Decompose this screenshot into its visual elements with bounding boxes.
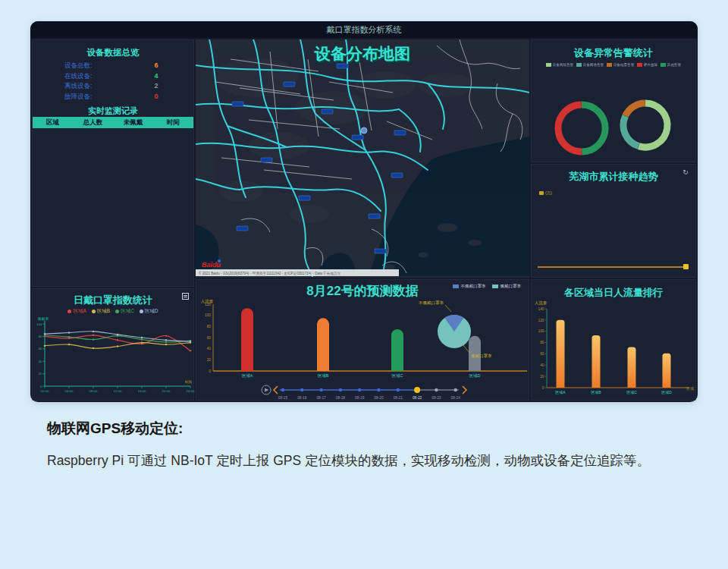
- legend-label: 不佩戴口罩率: [461, 284, 486, 289]
- svg-text:0: 0: [40, 385, 42, 388]
- timeline-date-label[interactable]: 08-21: [394, 396, 403, 400]
- legend-item[interactable]: 区域A: [67, 308, 86, 315]
- svg-text:60: 60: [207, 336, 212, 340]
- legend-label: 硬件故障: [644, 63, 657, 67]
- legend-item[interactable]: 区域B: [92, 308, 110, 315]
- timeline-date-label[interactable]: 08-24: [451, 396, 461, 400]
- baidu-logo-dot: [218, 259, 221, 262]
- stat-label: 故障设备:: [64, 93, 92, 102]
- timeline-date-label[interactable]: 08-17: [316, 396, 326, 400]
- svg-text:00:00: 00:00: [41, 389, 49, 393]
- legend-item[interactable]: 佩戴口罩率: [492, 284, 522, 289]
- timeline-date-label[interactable]: 08-23: [431, 396, 441, 400]
- timeline-dot[interactable]: [397, 388, 400, 391]
- timeline-dot[interactable]: [377, 388, 380, 391]
- svg-text:时间: 时间: [185, 380, 193, 385]
- legend-dot-icon: [115, 310, 119, 313]
- legend-label: 区域C: [121, 308, 134, 315]
- svg-text:40: 40: [39, 360, 42, 363]
- svg-text:60: 60: [39, 347, 42, 351]
- svg-text:60: 60: [540, 352, 544, 356]
- timeline-date-label[interactable]: 08-15: [278, 396, 288, 400]
- svg-text:20: 20: [207, 358, 212, 362]
- stat-value: 6: [146, 61, 166, 69]
- trend-series-icon: [539, 191, 544, 195]
- panel-flow-rank: 各区域当日人流量排行 020406080100120140人流量区域区域A区域B…: [531, 279, 696, 401]
- device-marker[interactable]: [361, 127, 367, 134]
- svg-text:40: 40: [540, 363, 544, 367]
- panel-device-overview: 设备数据总览 设备总数:6在线设备:4离线设备:2故障设备:0 实时监测记录 区…: [32, 39, 194, 287]
- legend-item[interactable]: 区域D: [140, 308, 158, 315]
- panel-alarm-stats: 设备异常告警统计 设备离线告警设备网络告警设备电量告警硬件故障其他告警: [531, 39, 696, 162]
- svg-text:100: 100: [538, 329, 544, 333]
- legend-dot-icon: [67, 310, 71, 313]
- timeline-dot[interactable]: [358, 388, 361, 391]
- legend-item[interactable]: 硬件故障: [637, 63, 657, 67]
- panel-daily-mask-index: 日戴口罩指数统计 区域A区域B区域C区域D 02040608010000:000…: [32, 288, 194, 401]
- legend-item[interactable]: 其他告警: [661, 63, 681, 67]
- svg-text:区域C: 区域C: [626, 390, 637, 395]
- legend-label: 佩戴口罩率: [500, 284, 522, 289]
- timeline-date-label[interactable]: 08-22: [413, 396, 422, 400]
- alarm-donut-charts: [532, 74, 695, 162]
- toolbox-icon[interactable]: [182, 293, 189, 300]
- stat-label: 离线设备:: [64, 82, 92, 91]
- map-canvas[interactable]: 设备分布地图 设备分布地图 Baidu © 2021 Baidu - GS(20…: [196, 39, 529, 278]
- legend-item[interactable]: 设备电量告警: [607, 63, 634, 67]
- svg-text:120: 120: [538, 319, 544, 322]
- legend-item[interactable]: 不佩戴口罩率: [453, 284, 486, 289]
- svg-text:区域D: 区域D: [661, 390, 672, 395]
- timeline-date-label[interactable]: 08-19: [355, 396, 365, 400]
- timeline[interactable]: 08-1508-1608-1708-1808-1908-2008-2108-22…: [196, 383, 530, 401]
- legend-item[interactable]: 设备网络告警: [576, 63, 604, 67]
- svg-text:区域B: 区域B: [591, 390, 601, 395]
- timeline-dot[interactable]: [319, 388, 322, 391]
- svg-text:12:00: 12:00: [114, 389, 122, 393]
- stat-value: 4: [146, 72, 166, 80]
- timeline-dot[interactable]: [300, 388, 303, 391]
- timeline-dot[interactable]: [414, 387, 420, 393]
- legend-swatch-icon: [453, 284, 459, 288]
- timeline-date-label[interactable]: 08-18: [336, 396, 346, 400]
- legend-item[interactable]: 区域C: [115, 308, 134, 315]
- timeline-next-icon[interactable]: [463, 386, 466, 394]
- timeline-date-label[interactable]: 08-16: [297, 396, 307, 400]
- refresh-icon[interactable]: ↻: [682, 168, 689, 176]
- svg-text:区域B: 区域B: [318, 373, 329, 378]
- stat-row: 离线设备:2: [33, 82, 195, 92]
- table-header-cell: 时间: [153, 117, 193, 128]
- stat-label: 在线设备:: [64, 72, 92, 81]
- svg-text:0: 0: [209, 369, 211, 373]
- svg-text:不佩戴口罩率: 不佩戴口罩率: [419, 300, 444, 306]
- svg-text:区域D: 区域D: [469, 373, 481, 378]
- legend-label: 设备离线告警: [553, 63, 574, 67]
- panel-vaccine-trend: 芜湖市累计接种趋势 ↻ (万): [531, 164, 696, 278]
- trend-axis-handle[interactable]: [683, 264, 689, 269]
- panel-prediction: 8月22号的预测数据 不佩戴口罩率佩戴口罩率 020406080100120人流…: [196, 279, 529, 401]
- legend-label: 设备电量告警: [613, 63, 635, 67]
- svg-text:区域A: 区域A: [242, 373, 253, 378]
- legend-swatch-icon: [492, 284, 498, 288]
- legend-label: 其他告警: [667, 63, 681, 67]
- timeline-dot[interactable]: [281, 388, 284, 391]
- timeline-date-label[interactable]: 08-20: [374, 396, 384, 400]
- timeline-dot[interactable]: [339, 388, 342, 391]
- stat-row: 设备总数:6: [33, 61, 195, 71]
- svg-text:人流量: 人流量: [201, 299, 214, 304]
- trend-x-axis: [538, 266, 683, 268]
- legend-item[interactable]: 设备离线告警: [546, 63, 573, 67]
- timeline-prev-icon[interactable]: [274, 386, 278, 394]
- svg-text:140: 140: [538, 307, 544, 311]
- svg-text:80: 80: [39, 335, 42, 338]
- monitor-title: 实时监测记录: [33, 105, 193, 117]
- legend-swatch-icon: [637, 63, 642, 67]
- svg-text:佩戴率: 佩戴率: [38, 316, 49, 321]
- timeline-dot[interactable]: [454, 388, 457, 391]
- legend-label: 区域A: [73, 308, 86, 315]
- timeline-dot[interactable]: [435, 388, 438, 391]
- svg-text:佩戴口罩率: 佩戴口罩率: [470, 354, 492, 359]
- play-icon: [265, 388, 269, 392]
- rank-chart: 020406080100120140人流量区域区域A区域B区域C区域D: [532, 298, 695, 400]
- trend-title: 芜湖市累计接种趋势: [532, 170, 695, 184]
- svg-text:80: 80: [540, 341, 544, 344]
